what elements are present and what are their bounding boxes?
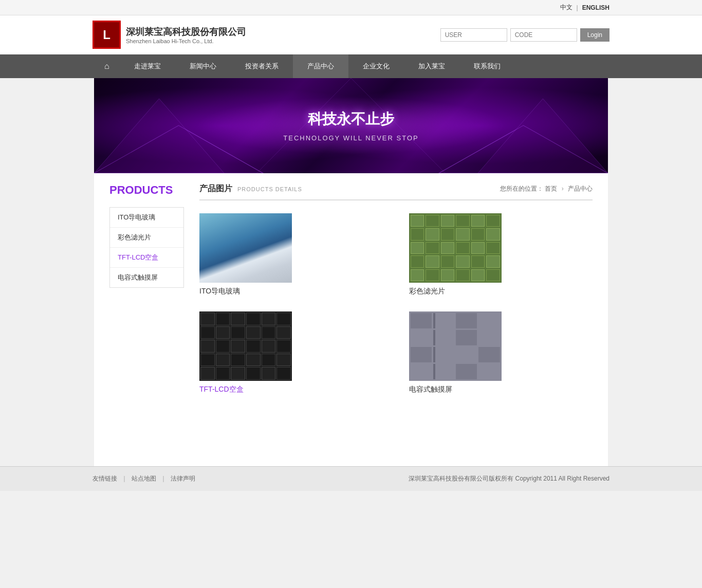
products-heading: PRODUCTS: [109, 183, 184, 197]
section-title-cn: 产品图片: [199, 183, 232, 194]
product-label-ito: ITO导电玻璃: [199, 287, 383, 296]
footer-sep1: ｜: [121, 474, 127, 483]
sidebar-item-color[interactable]: 彩色滤光片: [110, 228, 183, 248]
footer-links: 友情链接 ｜ 站点地图 ｜ 法律声明: [93, 474, 195, 483]
user-input[interactable]: [440, 28, 507, 42]
product-image-color: [409, 213, 502, 283]
logo-icon: L: [93, 21, 121, 49]
hero-title: 科技永不止步: [308, 109, 394, 129]
breadcrumb-current: 产品中心: [568, 185, 593, 192]
nav-join[interactable]: 加入莱宝: [404, 54, 459, 78]
product-item-ito[interactable]: ITO导电玻璃: [199, 213, 383, 296]
section-title-en: PRODUCTS DETAILS: [237, 186, 302, 192]
login-area: Login: [440, 28, 609, 42]
sidebar-item-tft[interactable]: TFT-LCD空盒: [110, 248, 183, 268]
footer-link-sitemap[interactable]: 站点地图: [132, 474, 156, 483]
sidebar-item-cap[interactable]: 电容式触摸屏: [110, 268, 183, 287]
code-input[interactable]: [510, 28, 577, 42]
sidebar: PRODUCTS ITO导电玻璃 彩色滤光片 TFT-LCD空盒 电容式触摸屏: [109, 183, 184, 394]
product-item-color[interactable]: 彩色滤光片: [409, 213, 593, 296]
lang-en[interactable]: ENGLISH: [582, 4, 609, 11]
breadcrumb: 您所在的位置： 首页 › 产品中心: [500, 185, 593, 193]
footer-link-legal[interactable]: 法律声明: [171, 474, 195, 483]
nav-investor[interactable]: 投资者关系: [231, 54, 293, 78]
footer-sep2: ｜: [160, 474, 167, 483]
sidebar-item-ito[interactable]: ITO导电玻璃: [110, 208, 183, 228]
lang-cn[interactable]: 中文: [560, 3, 572, 12]
product-label-color: 彩色滤光片: [409, 287, 593, 296]
nav-contact[interactable]: 联系我们: [459, 54, 515, 78]
lang-separator: |: [577, 4, 578, 11]
nav-culture[interactable]: 企业文化: [348, 54, 404, 78]
login-button[interactable]: Login: [580, 28, 609, 42]
footer: 友情链接 ｜ 站点地图 ｜ 法律声明 深圳莱宝高科技股份有限公司版权所有 Cop…: [0, 466, 702, 491]
breadcrumb-bar: 产品图片 PRODUCTS DETAILS 您所在的位置： 首页 › 产品中心: [199, 183, 593, 200]
hero-banner: 科技永不止步 TECHNOLOGY WILL NEVER STOP: [94, 78, 608, 173]
product-image-tft: [199, 311, 292, 381]
footer-copyright: 深圳莱宝高科技股份有限公司版权所有 Copyright 2011 All Rig…: [409, 474, 609, 483]
logo-area: L 深圳莱宝高科技股份有限公司 Shenzhen Laibao Hi-Tech …: [93, 21, 246, 49]
hero-subtitle: TECHNOLOGY WILL NEVER STOP: [283, 134, 418, 142]
product-label-tft: TFT-LCD空盒: [199, 385, 383, 394]
footer-link-friends[interactable]: 友情链接: [93, 474, 117, 483]
product-item-cap[interactable]: 电容式触摸屏: [409, 311, 593, 394]
nav-products[interactable]: 产品中心: [293, 54, 348, 78]
section-title-area: 产品图片 PRODUCTS DETAILS: [199, 183, 302, 194]
breadcrumb-sep: ›: [562, 185, 564, 192]
breadcrumb-home[interactable]: 首页: [545, 185, 557, 192]
product-image-ito: [199, 213, 292, 283]
main-content: 产品图片 PRODUCTS DETAILS 您所在的位置： 首页 › 产品中心 …: [199, 183, 593, 394]
products-grid: ITO导电玻璃 彩色滤光片: [199, 213, 593, 394]
nav-home[interactable]: ⌂: [94, 54, 120, 78]
nav-about[interactable]: 走进莱宝: [120, 54, 175, 78]
product-image-cap: [409, 311, 502, 381]
sidebar-menu: ITO导电玻璃 彩色滤光片 TFT-LCD空盒 电容式触摸屏: [109, 207, 184, 288]
logo-text: 深圳莱宝高科技股份有限公司 Shenzhen Laibao Hi-Tech Co…: [126, 26, 246, 44]
breadcrumb-label: 您所在的位置：: [500, 185, 543, 192]
product-item-tft[interactable]: TFT-LCD空盒: [199, 311, 383, 394]
nav-news[interactable]: 新闻中心: [175, 54, 231, 78]
product-label-cap: 电容式触摸屏: [409, 385, 593, 394]
